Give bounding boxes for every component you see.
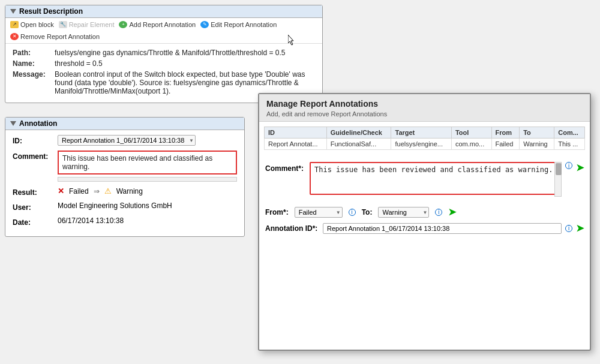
annotations-table: ID Guideline/Check Target Tool From To C… xyxy=(264,127,585,150)
to-label: To: xyxy=(362,208,373,216)
dialog-header: Manage Report Annotations Add, edit and … xyxy=(259,94,590,122)
annotation-panel: Annotation ID: Report Annotation 1_06/17… xyxy=(5,117,245,237)
annotation-comment-row: Comment: This issue has been reviewed an… xyxy=(13,151,237,182)
col-target: Target xyxy=(391,127,451,139)
table-header-row: ID Guideline/Check Target Tool From To C… xyxy=(265,127,585,139)
from-to-row: From*: Failed i To: Warning i ➤ xyxy=(259,206,590,218)
comment-scrollbar-bar[interactable] xyxy=(554,162,562,197)
to-select-wrapper: Warning xyxy=(378,207,429,218)
table-cell: FunctionalSaf... xyxy=(326,139,391,150)
ann-id-bottom-label: Annotation ID*: xyxy=(265,224,319,233)
name-label: Name: xyxy=(13,59,55,68)
dialog-comment-wrap xyxy=(310,162,562,197)
annotation-result-value: ✕ Failed ⇒ ⚠ Warning xyxy=(58,186,237,195)
annotation-label: Annotation xyxy=(19,119,57,128)
from-select-wrapper: Failed xyxy=(295,207,343,218)
table-cell: fuelsys/engine... xyxy=(391,139,451,150)
from-label: From*: xyxy=(265,208,289,216)
annotation-fields: ID: Report Annotation 1_06/17/2014 13:10… xyxy=(5,130,244,236)
message-label: Message: xyxy=(13,70,55,95)
table-row[interactable]: Report Annotat...FunctionalSaf...fuelsys… xyxy=(265,139,585,150)
open-block-icon: ↗ xyxy=(10,21,19,28)
add-annotation-icon: + xyxy=(119,21,127,28)
annotation-title: Annotation xyxy=(5,118,244,130)
col-to: To xyxy=(520,127,554,139)
edit-annotation-icon: ✎ xyxy=(200,21,209,28)
remove-annotation-icon: ✕ xyxy=(10,33,19,40)
from-info-icon: i xyxy=(349,209,356,216)
annotation-comment-text: This issue has been reviewed and classif… xyxy=(58,151,237,175)
path-value: fuelsys/engine gas dynamics/Throttle & M… xyxy=(55,49,315,57)
edit-annotation-button[interactable]: ✎ Edit Report Annotation xyxy=(200,21,277,28)
annotation-collapse-icon[interactable] xyxy=(10,121,16,126)
col-tool: Tool xyxy=(451,127,491,139)
ann-date-value: 06/17/2014 13:10:38 xyxy=(58,216,237,225)
dialog-comment-label: Comment*: xyxy=(265,162,306,173)
result-arrow-icon: ⇒ xyxy=(94,187,100,195)
scrollbar-thumb xyxy=(556,163,562,175)
result-description-panel: Result Description ↗ Open block 🔧 Repair… xyxy=(5,5,323,103)
ann-id-input[interactable] xyxy=(323,223,562,234)
ann-result-label: Result: xyxy=(13,186,58,197)
to-dropdown[interactable]: Warning xyxy=(378,207,429,218)
dialog-subtitle: Add, edit and remove Report Annotations xyxy=(266,110,583,118)
path-label: Path: xyxy=(13,49,55,57)
name-value: threshold = 0.5 xyxy=(55,59,315,68)
ann-id-info-icon: i xyxy=(565,225,572,232)
dialog-comment-textarea[interactable] xyxy=(310,162,562,195)
table-cell: Failed xyxy=(491,139,520,150)
result-description-title: Result Description xyxy=(5,5,322,18)
ann-id-arrow-button[interactable]: ➤ xyxy=(576,222,584,234)
dialog-comment-section: Comment*: i ➤ xyxy=(259,157,590,206)
annotation-date-row: Date: 06/17/2014 13:10:38 xyxy=(13,216,237,227)
col-guideline: Guideline/Check xyxy=(326,127,391,139)
to-info-icon: i xyxy=(435,209,442,216)
col-com: Com... xyxy=(554,127,585,139)
annotation-id-dropdown[interactable]: Report Annotation 1_06/17/2014 13:10:38 xyxy=(58,135,196,146)
name-row: Name: threshold = 0.5 xyxy=(13,59,315,68)
ann-comment-label: Comment: xyxy=(13,151,58,161)
result-description-label: Result Description xyxy=(19,7,83,16)
ann-user-value: Model Engineering Solutions GmbH xyxy=(58,201,237,210)
comment-scrollbar[interactable] xyxy=(58,177,237,182)
annotation-result-row: Result: ✕ Failed ⇒ ⚠ Warning xyxy=(13,186,237,197)
path-row: Path: fuelsys/engine gas dynamics/Thrott… xyxy=(13,49,315,57)
ann-id-label: ID: xyxy=(13,135,58,145)
ann-date-label: Date: xyxy=(13,216,58,227)
repair-icon: 🔧 xyxy=(59,21,67,28)
result-description-toolbar: ↗ Open block 🔧 Repair Element + Add Repo… xyxy=(5,18,322,44)
manage-dialog: Manage Report Annotations Add, edit and … xyxy=(258,93,591,351)
col-from: From xyxy=(491,127,520,139)
comment-arrow-button[interactable]: ➤ xyxy=(576,162,584,173)
ann-user-label: User: xyxy=(13,201,58,212)
collapse-icon[interactable] xyxy=(10,9,16,14)
annotation-comment-field: This issue has been reviewed and classif… xyxy=(58,151,237,182)
open-block-button[interactable]: ↗ Open block xyxy=(10,21,54,28)
result-from: Failed xyxy=(69,187,89,195)
message-value: Boolean control input of the Switch bloc… xyxy=(55,70,315,95)
comment-info-icon: i xyxy=(565,162,572,169)
failed-icon: ✕ xyxy=(58,186,64,195)
dialog-title: Manage Report Annotations xyxy=(266,99,583,109)
from-dropdown[interactable]: Failed xyxy=(295,207,343,218)
table-cell: Warning xyxy=(520,139,554,150)
annotations-table-section: ID Guideline/Check Target Tool From To C… xyxy=(259,122,590,155)
warning-triangle-icon: ⚠ xyxy=(104,186,112,195)
annotation-id-select[interactable]: Report Annotation 1_06/17/2014 13:10:38 xyxy=(58,135,237,146)
repair-element-button[interactable]: 🔧 Repair Element xyxy=(59,21,115,28)
table-cell: com.mo... xyxy=(451,139,491,150)
to-arrow-button[interactable]: ➤ xyxy=(448,206,456,218)
remove-annotation-button[interactable]: ✕ Remove Report Annotation xyxy=(10,33,100,40)
annotation-id-row: ID: Report Annotation 1_06/17/2014 13:10… xyxy=(13,135,237,146)
message-row: Message: Boolean control input of the Sw… xyxy=(13,70,315,95)
col-id: ID xyxy=(265,127,327,139)
table-cell: This ... xyxy=(554,139,585,150)
add-annotation-button[interactable]: + Add Report Annotation xyxy=(119,21,196,28)
dialog-comment-row: Comment*: i ➤ xyxy=(265,162,584,197)
result-to: Warning xyxy=(116,187,143,195)
ann-id-bottom-row: Annotation ID*: i ➤ xyxy=(259,222,590,234)
table-cell: Report Annotat... xyxy=(265,139,327,150)
annotation-user-row: User: Model Engineering Solutions GmbH xyxy=(13,201,237,212)
